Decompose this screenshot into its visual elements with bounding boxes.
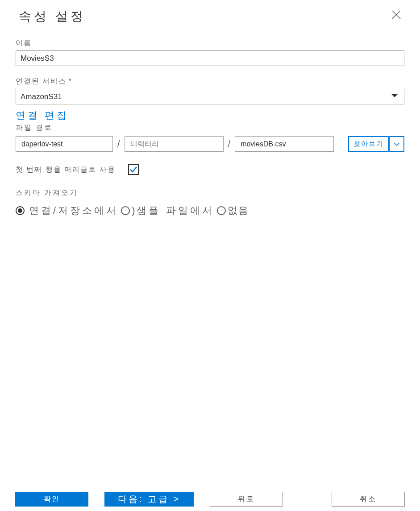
schema-radio-sample-label: 샘플 파일에서 [137, 204, 214, 217]
import-schema-label: 스키마 가져오기 [16, 188, 404, 198]
next-button[interactable]: 다음: 고급 > [104, 492, 194, 507]
name-input[interactable] [16, 50, 404, 66]
checkmark-icon [129, 166, 137, 174]
paren-text: ) [132, 205, 135, 216]
browse-button[interactable]: 찾아보기 [348, 136, 389, 152]
path-directory-input[interactable] [125, 136, 224, 152]
browse-dropdown-button[interactable] [389, 136, 404, 152]
schema-radio-connection[interactable] [16, 206, 25, 215]
path-separator: / [228, 139, 231, 149]
close-button[interactable] [390, 8, 403, 23]
path-separator: / [117, 139, 120, 149]
linked-service-label: 연결된 서비스* [16, 77, 404, 86]
file-path-label: 파일 경로 [16, 123, 404, 133]
back-button[interactable]: 뒤로 [210, 492, 283, 507]
dialog-title: 속성 설정 [19, 8, 86, 25]
close-icon [391, 10, 401, 20]
name-label: 이름 [16, 38, 404, 48]
chevron-down-icon [394, 142, 400, 146]
path-file-input[interactable] [235, 136, 334, 152]
first-row-header-checkbox[interactable] [128, 164, 139, 175]
path-container-input[interactable] [16, 136, 113, 152]
cancel-button[interactable]: 취소 [332, 492, 405, 507]
schema-radio-none-label: 없음 [228, 204, 249, 217]
schema-radio-connection-label: 연결/저장소에서 [29, 204, 118, 217]
linked-service-select[interactable]: AmazonS31 [16, 89, 404, 104]
required-indicator: * [68, 77, 72, 85]
schema-radio-none[interactable] [217, 206, 226, 215]
first-row-header-label: 첫 번째 행을 머리글로 사용 [16, 165, 116, 174]
ok-button[interactable]: 확인 [15, 492, 88, 507]
edit-connection-link[interactable]: 연결 편집 [16, 109, 69, 122]
schema-radio-sample[interactable] [121, 206, 130, 215]
